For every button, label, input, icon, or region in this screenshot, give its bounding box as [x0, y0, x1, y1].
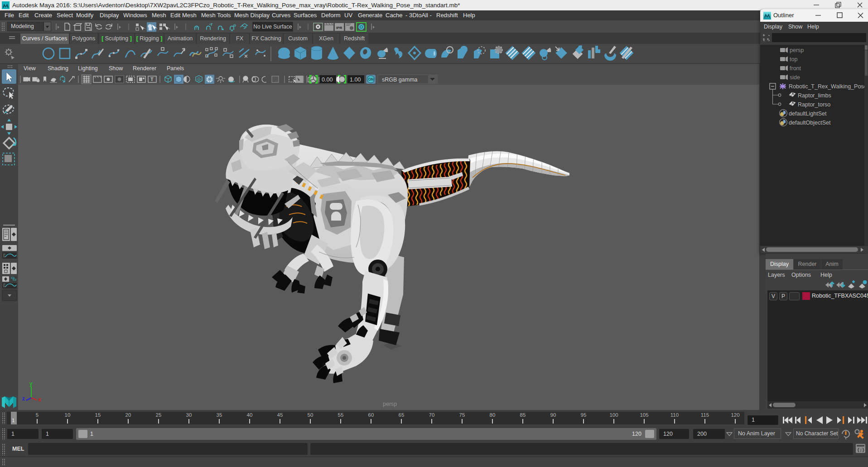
svg-text:persp: persp	[383, 401, 397, 407]
svg-text:front: front	[790, 65, 801, 72]
svg-text:ON: ON	[368, 77, 374, 82]
svg-text:1.00: 1.00	[350, 77, 361, 83]
svg-text:defaultObjectSet: defaultObjectSet	[789, 120, 831, 126]
svg-text:Raptor_torso: Raptor_torso	[798, 101, 830, 108]
svg-text:0.00: 0.00	[322, 77, 333, 83]
svg-text:sRGB gamma: sRGB gamma	[382, 77, 418, 83]
svg-text:{;}: {;}	[857, 448, 864, 453]
svg-text:No Live Surface: No Live Surface	[253, 24, 292, 30]
svg-text:Robotic_T_Rex_Walking_Pose: Robotic_T_Rex_Walking_Pose	[789, 83, 864, 90]
svg-text:x: x	[38, 396, 41, 403]
svg-text:Raptor_limbs: Raptor_limbs	[798, 92, 831, 99]
svg-text:IPR: IPR	[336, 26, 342, 30]
svg-text:T: T	[150, 77, 154, 82]
svg-text:defaultLightSet: defaultLightSet	[789, 111, 827, 117]
svg-text:top: top	[790, 56, 797, 63]
svg-text:z: z	[22, 395, 25, 402]
svg-text:persp: persp	[790, 47, 804, 53]
svg-text:y: y	[29, 380, 33, 387]
svg-text:side: side	[790, 74, 800, 81]
